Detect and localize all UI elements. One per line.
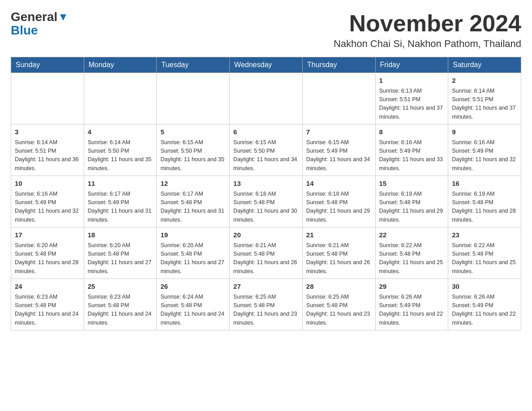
day-number: 12 [160, 179, 226, 189]
day-info: Sunrise: 6:15 AMSunset: 5:50 PMDaylight:… [160, 138, 226, 173]
day-number: 24 [15, 282, 80, 292]
day-number: 16 [452, 179, 517, 189]
day-number: 27 [233, 282, 299, 292]
day-info: Sunrise: 6:18 AMSunset: 5:48 PMDaylight:… [306, 190, 372, 225]
calendar-table: SundayMondayTuesdayWednesdayThursdayFrid… [11, 57, 521, 330]
day-info: Sunrise: 6:19 AMSunset: 5:48 PMDaylight:… [379, 190, 445, 225]
day-info: Sunrise: 6:24 AMSunset: 5:48 PMDaylight:… [160, 293, 226, 328]
logo-blue: Blue [11, 23, 38, 38]
day-number: 21 [306, 230, 372, 240]
calendar-cell: 18Sunrise: 6:20 AMSunset: 5:48 PMDayligh… [84, 227, 157, 279]
day-info: Sunrise: 6:21 AMSunset: 5:48 PMDaylight:… [306, 241, 372, 276]
weekday-header-friday: Friday [375, 57, 448, 73]
calendar-cell: 20Sunrise: 6:21 AMSunset: 5:48 PMDayligh… [230, 227, 303, 279]
week-row-4: 17Sunrise: 6:20 AMSunset: 5:48 PMDayligh… [11, 227, 521, 279]
calendar-cell: 11Sunrise: 6:17 AMSunset: 5:49 PMDayligh… [84, 176, 157, 227]
day-number: 25 [88, 282, 153, 292]
calendar-cell [157, 73, 230, 124]
day-number: 26 [160, 282, 226, 292]
calendar-cell: 24Sunrise: 6:23 AMSunset: 5:48 PMDayligh… [11, 279, 84, 330]
calendar-cell: 23Sunrise: 6:22 AMSunset: 5:48 PMDayligh… [448, 227, 521, 279]
week-row-3: 10Sunrise: 6:16 AMSunset: 5:49 PMDayligh… [11, 176, 521, 227]
weekday-header-row: SundayMondayTuesdayWednesdayThursdayFrid… [11, 57, 521, 73]
weekday-header-monday: Monday [84, 57, 157, 73]
calendar-cell: 19Sunrise: 6:20 AMSunset: 5:48 PMDayligh… [157, 227, 230, 279]
calendar-cell: 28Sunrise: 6:25 AMSunset: 5:48 PMDayligh… [302, 279, 375, 330]
calendar-cell: 15Sunrise: 6:19 AMSunset: 5:48 PMDayligh… [375, 176, 448, 227]
day-info: Sunrise: 6:16 AMSunset: 5:49 PMDaylight:… [379, 138, 445, 173]
weekday-header-wednesday: Wednesday [230, 57, 303, 73]
day-info: Sunrise: 6:17 AMSunset: 5:49 PMDaylight:… [88, 190, 153, 225]
day-number: 11 [88, 179, 153, 189]
day-number: 4 [88, 127, 153, 137]
calendar-cell [230, 73, 303, 124]
day-number: 14 [306, 179, 372, 189]
day-number: 13 [233, 179, 299, 189]
day-info: Sunrise: 6:16 AMSunset: 5:49 PMDaylight:… [452, 138, 517, 173]
day-number: 23 [452, 230, 517, 240]
calendar-cell: 27Sunrise: 6:25 AMSunset: 5:48 PMDayligh… [230, 279, 303, 330]
calendar-cell: 4Sunrise: 6:14 AMSunset: 5:50 PMDaylight… [84, 124, 157, 176]
calendar-cell: 6Sunrise: 6:15 AMSunset: 5:50 PMDaylight… [230, 124, 303, 176]
calendar-cell: 9Sunrise: 6:16 AMSunset: 5:49 PMDaylight… [448, 124, 521, 176]
day-info: Sunrise: 6:13 AMSunset: 5:51 PMDaylight:… [379, 87, 445, 122]
weekday-header-sunday: Sunday [11, 57, 84, 73]
day-number: 2 [452, 76, 517, 86]
day-number: 6 [233, 127, 299, 137]
day-number: 8 [379, 127, 445, 137]
day-info: Sunrise: 6:25 AMSunset: 5:48 PMDaylight:… [233, 293, 299, 328]
calendar-cell: 5Sunrise: 6:15 AMSunset: 5:50 PMDaylight… [157, 124, 230, 176]
day-info: Sunrise: 6:15 AMSunset: 5:50 PMDaylight:… [233, 138, 299, 173]
day-info: Sunrise: 6:20 AMSunset: 5:48 PMDaylight:… [88, 241, 153, 276]
day-number: 10 [15, 179, 80, 189]
day-number: 7 [306, 127, 372, 137]
day-number: 9 [452, 127, 517, 137]
calendar-cell: 29Sunrise: 6:26 AMSunset: 5:49 PMDayligh… [375, 279, 448, 330]
day-info: Sunrise: 6:23 AMSunset: 5:48 PMDaylight:… [15, 293, 80, 328]
calendar-cell: 8Sunrise: 6:16 AMSunset: 5:49 PMDaylight… [375, 124, 448, 176]
week-row-1: 1Sunrise: 6:13 AMSunset: 5:51 PMDaylight… [11, 73, 521, 124]
day-info: Sunrise: 6:14 AMSunset: 5:51 PMDaylight:… [15, 138, 80, 173]
day-info: Sunrise: 6:23 AMSunset: 5:48 PMDaylight:… [88, 293, 153, 328]
day-number: 19 [160, 230, 226, 240]
calendar-cell: 30Sunrise: 6:26 AMSunset: 5:49 PMDayligh… [448, 279, 521, 330]
calendar-cell: 13Sunrise: 6:18 AMSunset: 5:48 PMDayligh… [230, 176, 303, 227]
day-number: 17 [15, 230, 80, 240]
location-title: Nakhon Chai Si, Nakhon Pathom, Thailand [334, 38, 521, 50]
day-info: Sunrise: 6:26 AMSunset: 5:49 PMDaylight:… [452, 293, 517, 328]
day-info: Sunrise: 6:17 AMSunset: 5:48 PMDaylight:… [160, 190, 226, 225]
calendar-cell: 2Sunrise: 6:14 AMSunset: 5:51 PMDaylight… [448, 73, 521, 124]
day-info: Sunrise: 6:15 AMSunset: 5:49 PMDaylight:… [306, 138, 372, 173]
logo: General Blue [11, 11, 68, 38]
day-number: 3 [15, 127, 80, 137]
day-number: 1 [379, 76, 445, 86]
calendar-cell [84, 73, 157, 124]
day-number: 28 [306, 282, 372, 292]
title-block: November 2024 Nakhon Chai Si, Nakhon Pat… [334, 11, 521, 50]
day-info: Sunrise: 6:14 AMSunset: 5:51 PMDaylight:… [452, 87, 517, 122]
day-info: Sunrise: 6:26 AMSunset: 5:49 PMDaylight:… [379, 293, 445, 328]
weekday-header-saturday: Saturday [448, 57, 521, 73]
calendar-cell: 17Sunrise: 6:20 AMSunset: 5:48 PMDayligh… [11, 227, 84, 279]
day-info: Sunrise: 6:16 AMSunset: 5:49 PMDaylight:… [15, 190, 80, 225]
logo-general: General [11, 11, 57, 23]
day-info: Sunrise: 6:22 AMSunset: 5:48 PMDaylight:… [379, 241, 445, 276]
calendar-cell: 16Sunrise: 6:19 AMSunset: 5:48 PMDayligh… [448, 176, 521, 227]
day-number: 18 [88, 230, 153, 240]
weekday-header-tuesday: Tuesday [157, 57, 230, 73]
svg-marker-0 [60, 14, 66, 21]
calendar-cell: 21Sunrise: 6:21 AMSunset: 5:48 PMDayligh… [302, 227, 375, 279]
page-header: General Blue November 2024 Nakhon Chai S… [11, 11, 521, 50]
weekday-header-thursday: Thursday [302, 57, 375, 73]
calendar-cell: 7Sunrise: 6:15 AMSunset: 5:49 PMDaylight… [302, 124, 375, 176]
calendar-cell: 10Sunrise: 6:16 AMSunset: 5:49 PMDayligh… [11, 176, 84, 227]
day-info: Sunrise: 6:20 AMSunset: 5:48 PMDaylight:… [160, 241, 226, 276]
day-info: Sunrise: 6:22 AMSunset: 5:48 PMDaylight:… [452, 241, 517, 276]
calendar-cell [302, 73, 375, 124]
calendar-cell: 14Sunrise: 6:18 AMSunset: 5:48 PMDayligh… [302, 176, 375, 227]
day-info: Sunrise: 6:20 AMSunset: 5:48 PMDaylight:… [15, 241, 80, 276]
day-number: 15 [379, 179, 445, 189]
calendar-cell: 26Sunrise: 6:24 AMSunset: 5:48 PMDayligh… [157, 279, 230, 330]
calendar-cell: 3Sunrise: 6:14 AMSunset: 5:51 PMDaylight… [11, 124, 84, 176]
calendar-cell: 12Sunrise: 6:17 AMSunset: 5:48 PMDayligh… [157, 176, 230, 227]
